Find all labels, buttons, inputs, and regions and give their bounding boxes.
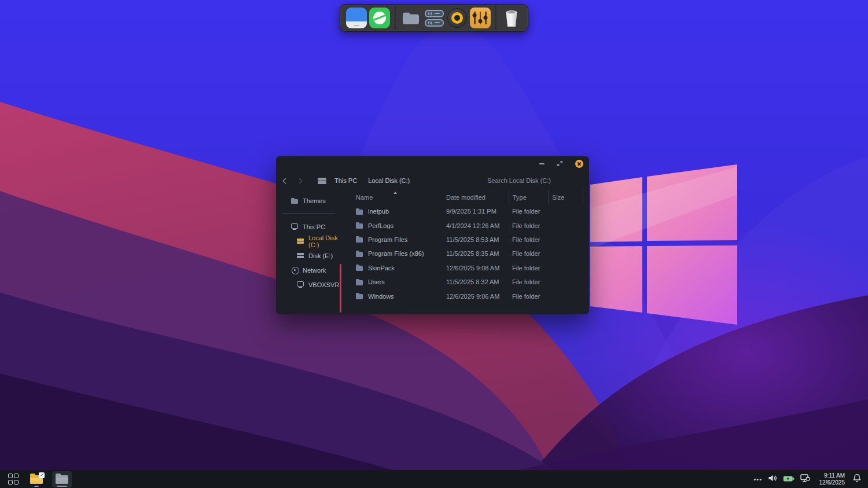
file-name: PerfLogs — [368, 222, 393, 229]
taskbar-active-folder-button[interactable] — [52, 471, 72, 487]
folder-icon — [356, 222, 363, 229]
file-name: inetpub — [368, 208, 389, 215]
file-date-modified: 11/5/2025 8:32 AM — [443, 278, 509, 285]
file-type: File folder — [509, 222, 548, 229]
folder-icon — [356, 279, 363, 285]
file-row[interactable]: Windows 12/6/2025 9:06 AM File folder — [347, 289, 589, 303]
file-type: File folder — [509, 208, 548, 215]
sidebar-item[interactable]: Network — [276, 263, 341, 277]
trash-icon[interactable] — [501, 8, 522, 28]
sidebar-item-icon — [297, 281, 304, 288]
file-type: File folder — [509, 236, 548, 243]
sidebar-scrollbar-thumb[interactable] — [340, 264, 341, 313]
this-pc-icon — [318, 177, 326, 184]
start-button[interactable] — [6, 471, 21, 487]
minimize-button[interactable] — [539, 163, 545, 164]
sidebar-item[interactable]: Local Disk (C:) — [276, 234, 341, 248]
folder-icon — [356, 208, 363, 215]
browser-icon[interactable] — [369, 8, 390, 28]
back-icon[interactable] — [283, 178, 289, 184]
file-date-modified: 12/6/2025 9:06 AM — [443, 293, 509, 300]
sidebar-item-icon — [291, 267, 299, 274]
folder-icon — [356, 236, 363, 243]
servers-icon[interactable] — [424, 8, 444, 28]
equalizer-icon[interactable] — [470, 8, 491, 28]
check-badge-icon — [39, 472, 45, 478]
column-header-type[interactable]: Type — [509, 190, 548, 204]
file-explorer-window: This PC Local Disk (C:) Search Local Dis… — [276, 156, 589, 314]
dock — [340, 4, 528, 32]
tray-overflow-icon[interactable]: ••• — [753, 476, 762, 483]
file-name: Program Files — [368, 236, 407, 243]
file-row[interactable]: PerfLogs 4/1/2024 12:26 AM File folder — [347, 218, 589, 232]
sidebar: Themes This PC Local Disk (C:) — [276, 190, 341, 314]
file-name: Users — [368, 278, 385, 285]
maximize-button[interactable] — [557, 160, 563, 168]
sidebar-item[interactable]: This PC — [276, 219, 341, 234]
notifications-icon[interactable] — [853, 474, 861, 485]
file-type: File folder — [509, 265, 548, 271]
sidebar-item-label: Disk (E:) — [308, 252, 333, 259]
dock-separator — [395, 6, 396, 30]
volume-icon[interactable] — [768, 474, 777, 485]
sidebar-item[interactable]: VBOXSVR — [276, 277, 341, 292]
file-row[interactable]: Program Files (x86) 11/5/2025 8:35 AM Fi… — [347, 247, 589, 260]
forward-icon[interactable] — [297, 178, 303, 184]
folder-icon — [356, 293, 363, 299]
file-type: File folder — [509, 293, 548, 300]
file-type: File folder — [509, 250, 548, 257]
sidebar-item[interactable]: Disk (E:) — [276, 248, 341, 263]
sidebar-item-icon — [291, 197, 299, 204]
sidebar-item-icon — [297, 238, 304, 245]
sidebar-divider — [282, 213, 335, 214]
breadcrumb-local-disk[interactable]: Local Disk (C:) — [368, 177, 410, 184]
file-name: Windows — [368, 293, 394, 300]
file-row[interactable]: inetpub 9/9/2025 1:31 PM File folder — [347, 204, 589, 218]
folder-icon[interactable] — [400, 8, 421, 28]
sidebar-item-label: Network — [303, 267, 326, 274]
sidebar-item-icon — [297, 252, 304, 259]
speaker-icon[interactable] — [447, 8, 467, 28]
network-icon[interactable] — [800, 474, 810, 485]
folder-icon — [356, 251, 363, 257]
folder-icon — [356, 265, 363, 271]
navigation-bar: This PC Local Disk (C:) Search Local Dis… — [276, 171, 589, 190]
sidebar-item[interactable]: Themes — [276, 195, 341, 207]
file-date-modified: 4/1/2024 12:26 AM — [443, 222, 509, 229]
file-row[interactable]: Users 11/5/2025 8:32 AM File folder — [347, 275, 589, 289]
clock-date: 12/6/2025 — [816, 479, 845, 486]
file-name: SkinPack — [368, 265, 395, 271]
folder-window-icon — [56, 475, 68, 484]
window-titlebar[interactable] — [276, 156, 589, 171]
dock-separator — [495, 6, 496, 30]
system-tray: ••• 9:11 AM 12/6/2025 — [753, 472, 862, 486]
file-type: File folder — [509, 278, 548, 285]
sidebar-item-label: VBOXSVR — [308, 281, 339, 288]
search-input[interactable]: Search Local Disk (C:) — [487, 177, 551, 184]
disk-icon[interactable] — [346, 8, 367, 28]
file-date-modified: 12/6/2025 9:08 AM — [443, 265, 509, 271]
sidebar-item-icon — [291, 223, 299, 230]
file-date-modified: 11/5/2025 8:35 AM — [443, 250, 509, 257]
close-button[interactable] — [575, 160, 583, 168]
taskbar: ••• 9:11 AM 12/6/2025 — [0, 470, 868, 488]
file-name: Program Files (x86) — [368, 250, 424, 257]
sidebar-item-label: This PC — [303, 223, 325, 230]
file-row[interactable]: SkinPack 12/6/2025 9:08 AM File folder — [347, 261, 589, 275]
column-header-size[interactable]: Size — [548, 190, 583, 204]
battery-icon[interactable] — [783, 474, 795, 485]
file-date-modified: 9/9/2025 1:31 PM — [443, 208, 509, 215]
file-row[interactable]: Program Files 11/5/2025 8:53 AM File fol… — [347, 233, 589, 247]
taskbar-file-explorer-button[interactable] — [29, 471, 44, 487]
file-explorer-icon — [30, 475, 43, 484]
column-headers: Name Date modified Type Size — [347, 190, 589, 204]
column-header-date-modified[interactable]: Date modified — [443, 190, 509, 204]
taskbar-clock[interactable]: 9:11 AM 12/6/2025 — [816, 472, 845, 486]
file-list: Name Date modified Type Size inetpub — [341, 190, 589, 314]
file-date-modified: 11/5/2025 8:53 AM — [443, 236, 509, 243]
breadcrumb-this-pc[interactable]: This PC — [334, 177, 357, 184]
sidebar-item-label: Local Disk (C:) — [308, 234, 341, 248]
start-icon — [8, 474, 19, 485]
sort-ascending-icon — [393, 192, 397, 194]
clock-time: 9:11 AM — [816, 472, 845, 479]
